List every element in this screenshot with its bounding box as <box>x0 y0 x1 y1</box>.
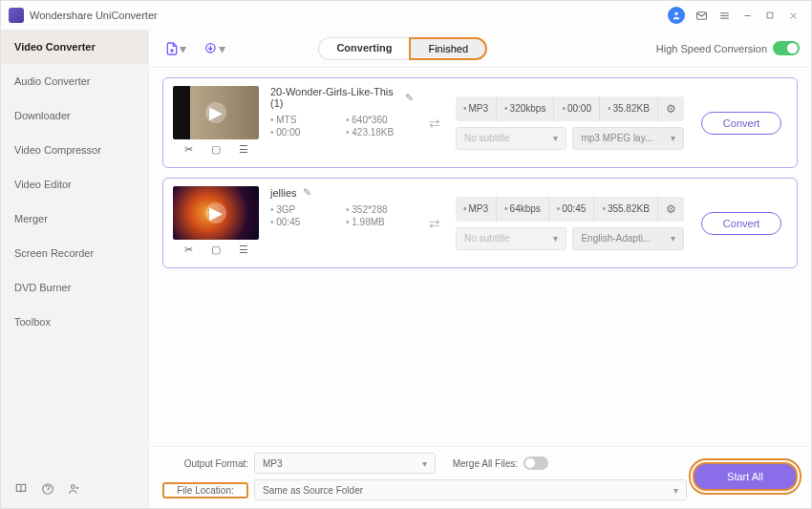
transfer-arrow-icon: ⇄ <box>425 86 444 159</box>
sidebar-item-video-editor[interactable]: Video Editor <box>1 167 148 201</box>
menu-icon[interactable] <box>714 5 735 26</box>
src-duration: 00:45 <box>270 217 338 227</box>
convert-button[interactable]: Convert <box>701 112 782 135</box>
convert-button[interactable]: Convert <box>701 212 782 235</box>
src-format: MTS <box>270 115 338 125</box>
svg-point-10 <box>72 485 75 489</box>
edit-name-icon[interactable]: ✎ <box>303 186 311 199</box>
sidebar-item-audio-converter[interactable]: Audio Converter <box>1 64 148 98</box>
help-icon[interactable] <box>41 482 54 498</box>
crop-icon[interactable]: ▢ <box>211 244 221 256</box>
sidebar-item-merger[interactable]: Merger <box>1 201 148 236</box>
src-size: 423.18KB <box>346 127 414 138</box>
maximize-icon[interactable] <box>759 5 780 26</box>
audio-track-select[interactable]: English-Adapti...▾ <box>572 227 683 250</box>
out-size: 35.82KB <box>600 96 658 121</box>
transfer-arrow-icon: ⇄ <box>425 186 444 260</box>
subtitle-select[interactable]: No subtitle▾ <box>456 227 566 250</box>
svg-point-0 <box>674 12 677 15</box>
start-all-button[interactable]: Start All <box>693 462 798 491</box>
tab-converting[interactable]: Converting <box>318 37 409 60</box>
file-list: ▶ ✂ ▢ ☰ 20-Wonder-Girls-Like-This (1) ✎ … <box>149 68 811 446</box>
thumbnail[interactable]: ▶ <box>173 186 259 240</box>
out-duration: 00:00 <box>554 96 600 121</box>
toolbar: ▾ ▾ Converting Finished High Speed Conve… <box>149 30 811 68</box>
gear-icon[interactable]: ⚙ <box>658 197 684 222</box>
file-location-label: File Location: <box>162 482 248 498</box>
out-format: MP3 <box>456 96 497 121</box>
book-icon[interactable] <box>14 482 28 498</box>
output-settings-row[interactable]: MP3 64kbps 00:45 355.82KB ⚙ <box>456 197 684 222</box>
output-settings-row[interactable]: MP3 320kbps 00:00 35.82KB ⚙ <box>456 96 684 121</box>
merge-all-label: Merge All Files: <box>441 458 518 469</box>
hsc-label: High Speed Conversion <box>656 43 767 54</box>
thumbnail[interactable]: ▶ <box>173 86 259 139</box>
trim-icon[interactable]: ✂ <box>184 143 193 156</box>
play-icon: ▶ <box>205 102 226 123</box>
file-card: ▶ ✂ ▢ ☰ jellies ✎ 3GP 352*288 <box>162 178 798 268</box>
src-resolution: 352*288 <box>346 204 414 215</box>
output-format-select[interactable]: MP3▾ <box>254 453 436 474</box>
crop-icon[interactable]: ▢ <box>211 143 221 156</box>
tab-finished[interactable]: Finished <box>409 37 487 60</box>
sidebar-item-video-compressor[interactable]: Video Compressor <box>1 133 148 167</box>
file-name: 20-Wonder-Girls-Like-This (1) <box>270 86 399 109</box>
app-title: Wondershare UniConverter <box>30 10 668 21</box>
hsc-toggle[interactable] <box>773 41 800 55</box>
sidebar: Video Converter Audio Converter Download… <box>1 30 149 508</box>
minimize-icon[interactable] <box>737 5 758 26</box>
src-duration: 00:00 <box>270 127 338 138</box>
sidebar-item-downloader[interactable]: Downloader <box>1 98 148 133</box>
trim-icon[interactable]: ✂ <box>184 244 193 256</box>
sidebar-item-video-converter[interactable]: Video Converter <box>1 30 148 64</box>
file-location-select[interactable]: Same as Source Folder▾ <box>254 479 687 500</box>
tab-group: Converting Finished <box>318 37 487 60</box>
user-avatar[interactable] <box>668 7 685 24</box>
audio-track-select[interactable]: mp3 MPEG lay...▾ <box>572 127 683 150</box>
effects-icon[interactable]: ☰ <box>239 244 248 256</box>
svg-rect-6 <box>767 12 773 18</box>
out-bitrate: 64kbps <box>497 197 549 222</box>
gear-icon[interactable]: ⚙ <box>658 96 684 121</box>
contact-icon[interactable] <box>68 482 81 498</box>
out-format: MP3 <box>456 197 497 222</box>
out-size: 355.82KB <box>594 197 657 222</box>
out-duration: 00:45 <box>549 197 595 222</box>
subtitle-select[interactable]: No subtitle▾ <box>456 127 566 150</box>
app-logo <box>9 8 24 23</box>
src-format: 3GP <box>270 204 338 215</box>
src-size: 1.98MB <box>346 217 414 227</box>
hsc-toggle-group: High Speed Conversion <box>656 41 800 55</box>
content-area: ▾ ▾ Converting Finished High Speed Conve… <box>149 30 811 508</box>
footer: Output Format: MP3▾ Merge All Files: Sta… <box>149 446 811 508</box>
src-resolution: 640*360 <box>346 115 414 125</box>
edit-name-icon[interactable]: ✎ <box>405 92 414 104</box>
merge-all-toggle[interactable] <box>524 456 548 470</box>
add-file-button[interactable]: ▾ <box>160 39 190 58</box>
chevron-down-icon: ▾ <box>180 41 186 56</box>
play-icon: ▶ <box>205 202 226 223</box>
mail-icon[interactable] <box>691 5 712 26</box>
titlebar: Wondershare UniConverter <box>1 1 811 30</box>
out-bitrate: 320kbps <box>497 96 554 121</box>
effects-icon[interactable]: ☰ <box>239 143 248 156</box>
close-icon[interactable] <box>782 5 803 26</box>
file-card: ▶ ✂ ▢ ☰ 20-Wonder-Girls-Like-This (1) ✎ … <box>162 77 798 168</box>
sidebar-item-toolbox[interactable]: Toolbox <box>1 305 148 339</box>
output-format-label: Output Format: <box>162 458 248 469</box>
person-icon <box>672 11 681 20</box>
download-media-button[interactable]: ▾ <box>200 39 229 58</box>
chevron-down-icon: ▾ <box>219 41 225 56</box>
sidebar-item-screen-recorder[interactable]: Screen Recorder <box>1 236 148 270</box>
sidebar-item-dvd-burner[interactable]: DVD Burner <box>1 270 148 305</box>
file-name: jellies <box>270 187 297 199</box>
